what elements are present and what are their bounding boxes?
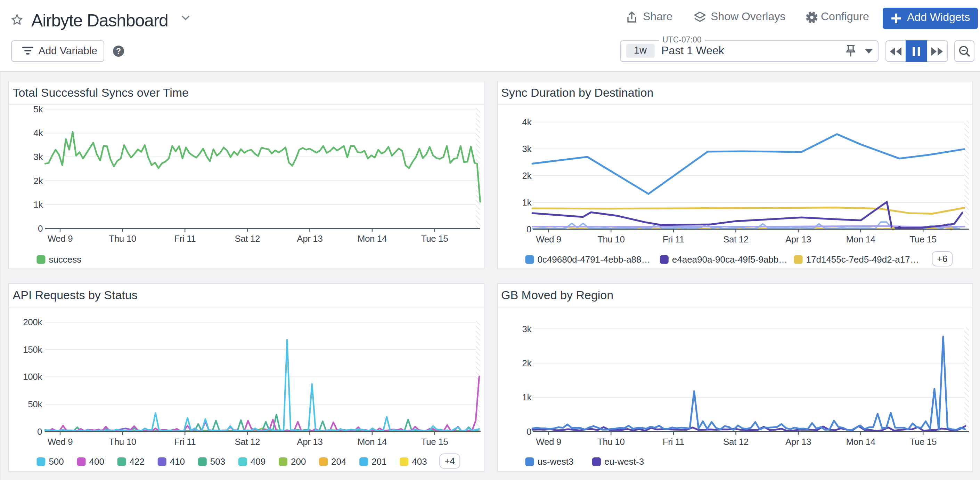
svg-text:200: 200 — [291, 456, 306, 467]
svg-text:3k: 3k — [522, 324, 532, 334]
svg-text:200k: 200k — [23, 317, 43, 327]
svg-text:Mon 14: Mon 14 — [846, 437, 875, 447]
svg-text:Sat 12: Sat 12 — [235, 233, 260, 244]
svg-text:2k: 2k — [34, 175, 43, 186]
svg-text:500: 500 — [49, 456, 64, 467]
svg-text:Thu 10: Thu 10 — [109, 437, 137, 447]
svg-text:Thu 10: Thu 10 — [597, 437, 625, 447]
svg-text:201: 201 — [372, 456, 387, 467]
svg-text:2k: 2k — [522, 170, 532, 180]
svg-text:Fri 11: Fri 11 — [663, 437, 684, 447]
svg-text:204: 204 — [331, 456, 347, 467]
svg-text:Tue 15: Tue 15 — [421, 437, 448, 447]
svg-text:0c49680d-4791-4ebb-a88…: 0c49680d-4791-4ebb-a88… — [537, 254, 650, 264]
svg-text:?: ? — [116, 46, 121, 55]
svg-text:Mon 14: Mon 14 — [358, 437, 387, 447]
svg-text:Fri 11: Fri 11 — [663, 234, 684, 244]
svg-text:1k: 1k — [522, 197, 532, 207]
svg-text:50k: 50k — [28, 399, 43, 410]
svg-text:3k: 3k — [522, 143, 532, 154]
svg-text:+6: +6 — [937, 253, 948, 264]
svg-text:Thu 10: Thu 10 — [109, 233, 137, 244]
svg-text:0: 0 — [527, 426, 531, 437]
svg-text:+4: +4 — [445, 456, 455, 466]
svg-text:Fri 11: Fri 11 — [175, 233, 196, 244]
svg-text:2k: 2k — [522, 358, 532, 368]
svg-text:100k: 100k — [23, 372, 43, 382]
svg-text:Apr 13: Apr 13 — [785, 234, 811, 244]
svg-text:4k: 4k — [522, 116, 532, 127]
svg-text:403: 403 — [412, 456, 427, 467]
svg-text:Wed 9: Wed 9 — [536, 234, 561, 244]
svg-text:1k: 1k — [34, 199, 43, 209]
svg-text:Tue 15: Tue 15 — [910, 437, 937, 447]
svg-text:Fri 11: Fri 11 — [175, 437, 196, 447]
svg-text:0: 0 — [527, 224, 531, 234]
svg-text:409: 409 — [251, 456, 266, 467]
svg-text:150k: 150k — [23, 344, 43, 355]
svg-text:0: 0 — [38, 223, 43, 233]
svg-text:Apr 13: Apr 13 — [297, 233, 323, 244]
svg-text:e4aea90a-90ca-49f5-9abb…: e4aea90a-90ca-49f5-9abb… — [672, 254, 788, 264]
svg-text:4k: 4k — [34, 127, 43, 138]
svg-text:0: 0 — [38, 426, 42, 437]
svg-text:Mon 14: Mon 14 — [846, 234, 875, 244]
svg-text:410: 410 — [170, 456, 185, 467]
svg-text:5k: 5k — [34, 104, 43, 114]
svg-text:Wed 9: Wed 9 — [536, 437, 561, 447]
svg-text:Apr 13: Apr 13 — [297, 437, 323, 447]
svg-text:success: success — [49, 254, 82, 264]
svg-text:Apr 13: Apr 13 — [785, 437, 811, 447]
svg-text:17d1455c-7ed5-49d2-a17…: 17d1455c-7ed5-49d2-a17… — [806, 254, 919, 264]
svg-text:Tue 15: Tue 15 — [910, 234, 937, 244]
svg-text:400: 400 — [89, 456, 104, 467]
svg-text:1k: 1k — [522, 392, 532, 402]
svg-text:3k: 3k — [34, 151, 43, 162]
svg-text:eu-west-3: eu-west-3 — [605, 456, 644, 467]
svg-text:422: 422 — [130, 456, 145, 467]
svg-text:Thu 10: Thu 10 — [597, 234, 625, 244]
svg-text:Wed 9: Wed 9 — [48, 233, 73, 244]
svg-text:Tue 15: Tue 15 — [421, 233, 448, 244]
svg-text:us-west3: us-west3 — [537, 456, 573, 467]
svg-text:Sat 12: Sat 12 — [235, 437, 260, 447]
svg-text:Mon 14: Mon 14 — [358, 233, 387, 244]
svg-text:503: 503 — [210, 456, 225, 467]
svg-text:Wed 9: Wed 9 — [48, 437, 73, 447]
svg-text:Sat 12: Sat 12 — [723, 437, 749, 447]
svg-text:Sat 12: Sat 12 — [723, 234, 749, 244]
